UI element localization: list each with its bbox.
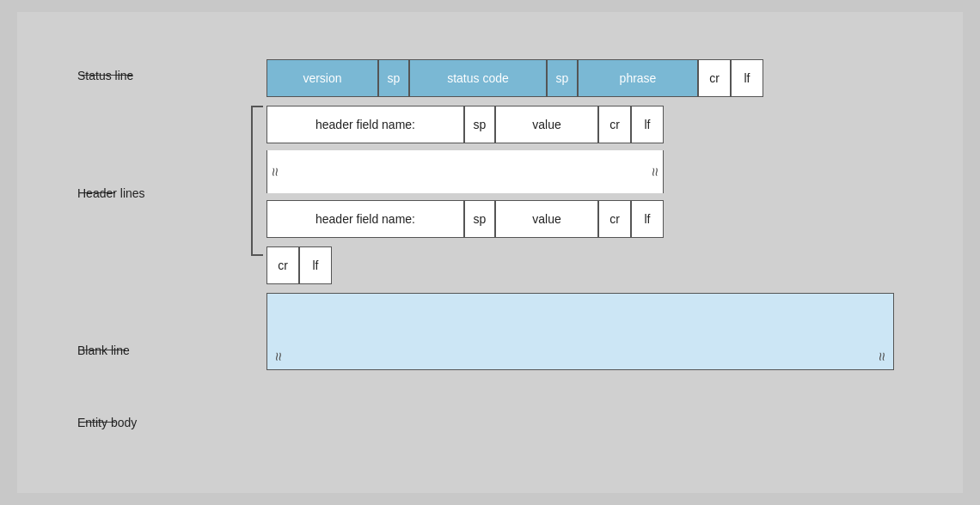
blank-cr-cell: cr xyxy=(266,246,299,284)
blank-lf-cell: lf xyxy=(299,246,332,284)
diagram-area: Status line Header lines Blank line Enti… xyxy=(77,33,903,472)
rows-container: version sp status code sp phrase cr lf h… xyxy=(266,59,894,370)
label-status-line: Status line xyxy=(77,75,132,76)
label-entity-body: Entity body xyxy=(77,422,115,423)
label-header-lines: Header lines xyxy=(77,192,115,193)
header-row-2: header field name: sp value cr lf xyxy=(266,200,894,238)
lf3-cell: lf xyxy=(631,200,664,238)
sp2-cell: sp xyxy=(547,59,578,97)
header-row-1: header field name: sp value cr lf xyxy=(266,106,894,143)
cr2-cell: cr xyxy=(598,106,631,143)
entity-zigzag-left: ≈ xyxy=(269,353,287,362)
blank-line-label: Blank line xyxy=(77,344,130,357)
continuation-area: ≈ ≈ xyxy=(266,150,664,193)
blank-row: cr lf xyxy=(266,246,894,284)
hfn2-cell: header field name: xyxy=(266,200,464,238)
phrase-cell: phrase xyxy=(578,59,698,97)
diagram-wrapper: Status line Header lines Blank line Enti… xyxy=(17,12,963,493)
status-line-label: Status line xyxy=(77,69,133,82)
label-blank-line: Blank line xyxy=(77,350,126,350)
header-bracket xyxy=(251,106,263,256)
entity-body-container: ≈ ≈ xyxy=(266,293,894,370)
header-lines-label: Header lines xyxy=(77,186,145,200)
zigzag-right: ≈ xyxy=(646,167,665,176)
zigzag-left: ≈ xyxy=(266,167,284,176)
hsp2-cell: sp xyxy=(464,200,495,238)
val2-cell: value xyxy=(495,200,598,238)
cr1-cell: cr xyxy=(698,59,731,97)
sp1-cell: sp xyxy=(378,59,409,97)
status-row: version sp status code sp phrase cr lf xyxy=(266,59,894,97)
entity-body-label: Entity body xyxy=(77,416,137,429)
version-cell: version xyxy=(266,59,378,97)
entity-body-cell: ≈ ≈ xyxy=(266,293,894,370)
val1-cell: value xyxy=(495,106,598,143)
cr3-cell: cr xyxy=(598,200,631,238)
hfn1-cell: header field name: xyxy=(266,106,464,143)
status-code-cell: status code xyxy=(409,59,547,97)
entity-zigzag-right: ≈ xyxy=(873,353,891,362)
hsp1-cell: sp xyxy=(464,106,495,143)
lf2-cell: lf xyxy=(631,106,664,143)
lf1-cell: lf xyxy=(731,59,763,97)
